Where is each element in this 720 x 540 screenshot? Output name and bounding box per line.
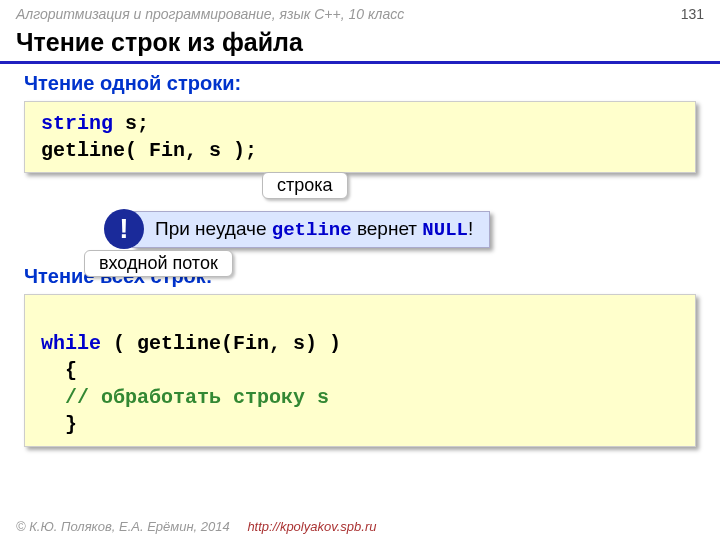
code-block-2: while ( getline(Fin, s) ) { // обработат… [24, 294, 696, 447]
code-block-1: string s; getline( Fin, s ); [24, 101, 696, 173]
note: ! При неудаче getline вернет NULL! [104, 209, 696, 249]
note-mono: NULL [422, 219, 468, 241]
content: Чтение одной строки: string s; getline( … [0, 72, 720, 447]
title-underline [0, 61, 720, 64]
code-line: getline( Fin, s ); [41, 137, 679, 164]
code-line: } [41, 411, 679, 438]
label-stroka: строка [262, 172, 348, 199]
code-comment: // обработать строку s [41, 384, 679, 411]
keyword-while: while [41, 332, 101, 355]
page-number: 131 [681, 6, 704, 22]
page-title: Чтение строк из файла [0, 26, 720, 61]
note-mono: getline [272, 219, 352, 241]
note-text: вернет [352, 218, 423, 239]
section1-heading: Чтение одной строки: [24, 72, 696, 95]
copyright: © К.Ю. Поляков, Е.А. Ерёмин, 2014 [16, 519, 230, 534]
keyword-string: string [41, 112, 113, 135]
code-line: while ( getline(Fin, s) ) [41, 330, 679, 357]
footer-url: http://kpolyakov.spb.ru [247, 519, 376, 534]
note-box: При неудаче getline вернет NULL! [132, 211, 490, 248]
code-line: { [41, 357, 679, 384]
label-potok: входной поток [84, 250, 233, 277]
course-label: Алгоритмизация и программирование, язык … [16, 6, 404, 22]
code-text: ( getline(Fin, s) ) [101, 332, 341, 355]
note-text: При неудаче [155, 218, 272, 239]
exclamation-icon: ! [104, 209, 144, 249]
header-bar: Алгоритмизация и программирование, язык … [0, 0, 720, 26]
footer: © К.Ю. Поляков, Е.А. Ерёмин, 2014 http:/… [16, 519, 376, 534]
code-line: string s; [41, 110, 679, 137]
code-text: s; [113, 112, 149, 135]
note-text: ! [468, 218, 473, 239]
